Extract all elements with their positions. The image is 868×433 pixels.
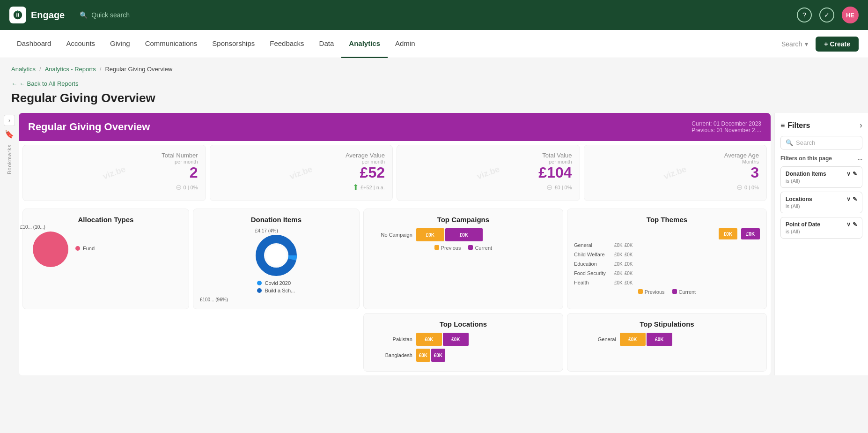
collapse-button[interactable]: › (4, 115, 15, 126)
back-link[interactable]: ← ← Back to All Reports (11, 80, 857, 87)
stat-total-number-label: Total Number (30, 152, 198, 159)
no-campaign-label: No Campaign (370, 232, 412, 238)
campaign-row-no-campaign: No Campaign £0K £0K (370, 228, 556, 241)
nav-search[interactable]: Search ▾ (781, 40, 808, 48)
avatar[interactable]: HE (842, 7, 859, 23)
filter-donation-items-edit[interactable]: ✎ (853, 171, 857, 177)
stat-total-number-icon: ⊖ (176, 183, 182, 192)
chart-donation-items: Donation Items £4.17 (4%) (193, 209, 360, 309)
nav-item-accounts[interactable]: Accounts (59, 30, 103, 58)
breadcrumb-sep-1: / (39, 66, 41, 73)
allocation-legend-fund: Fund (75, 246, 95, 251)
filter-donation-items-chevron[interactable]: ∨ (846, 171, 851, 177)
nav-right: Search ▾ + Create (781, 37, 859, 52)
page-title: Regular Giving Overview (11, 91, 857, 105)
breadcrumb-reports[interactable]: Analytics - Reports (45, 66, 96, 73)
stipulation-general-curr-bar: £0K (647, 333, 672, 346)
nav-search-label: Search (781, 40, 802, 48)
no-campaign-prev-bar: £0K (416, 228, 444, 241)
filter-point-of-date-edit[interactable]: ✎ (853, 221, 857, 228)
theme-education-prev: £0K (614, 261, 623, 267)
stats-grid: viz.be Total Number per month 2 ⊖ 0 | 0% (19, 141, 771, 205)
fund-legend-label: Fund (83, 246, 95, 251)
nav-item-admin[interactable]: Admin (388, 30, 423, 58)
nav-item-data[interactable]: Data (312, 30, 342, 58)
filter-point-of-date-chevron[interactable]: ∨ (846, 221, 851, 228)
pakistan-bars: £0K £0K (416, 333, 469, 346)
filter-point-of-date: Point of Date ∨ ✎ is (All) (780, 217, 862, 239)
theme-row-child-welfare: Child Welfare £0K £0K (574, 252, 760, 257)
theme-row-food-security: Food Security £0K £0K (574, 270, 760, 276)
nav-item-sponsorships[interactable]: Sponsorships (205, 30, 262, 58)
bookmarks-label: Bookmarks (7, 144, 12, 174)
chart-allocation-types: Allocation Types £10... (10...) (22, 209, 189, 309)
quick-search[interactable]: 🔍 Quick search (80, 11, 130, 19)
stat-average-age-icon: ⊖ (736, 183, 743, 192)
stat-total-number: viz.be Total Number per month 2 ⊖ 0 | 0% (22, 145, 206, 201)
stat-total-value-change: £0 | 0% (554, 185, 572, 190)
report-header: Regular Giving Overview Current: 01 Dece… (19, 113, 771, 141)
filter-donation-items-sub: is (All) (786, 178, 857, 184)
report-dates: Current: 01 December 2023 Previous: 01 N… (691, 120, 761, 134)
filter-locations-edit[interactable]: ✎ (853, 196, 857, 202)
create-button[interactable]: + Create (816, 37, 859, 52)
donation-donut-chart: £4.17 (4%) (255, 228, 297, 278)
covid-legend-dot (257, 281, 262, 285)
themes-legend-prev: Previous (638, 289, 665, 295)
theme-child-welfare-curr: £0K (625, 252, 633, 257)
pakistan-label: Pakistan (370, 336, 412, 342)
filter-locations-chevron[interactable]: ∨ (846, 196, 851, 202)
top-locations-bars: Pakistan £0K £0K Bangladesh £0K (370, 333, 556, 362)
stat-average-value: viz.be Average Value per month £52 ⬆ £+5… (210, 145, 393, 201)
main-nav: Dashboard Accounts Giving Communications… (0, 30, 868, 58)
filter-search-box[interactable]: 🔍 Search (780, 136, 862, 149)
donation-inner-label: £100... (96%) (200, 297, 353, 302)
theme-general-curr: £0K (625, 243, 633, 248)
donation-donut-wrap: £4.17 (4%) (200, 228, 353, 302)
allocation-pie-chart: £10... (10...) (29, 228, 72, 270)
theme-health-curr: £0K (625, 280, 633, 285)
current-date: Current: 01 December 2023 (691, 120, 761, 127)
theme-food-security-prev: £0K (614, 271, 623, 276)
nav-item-feedbacks[interactable]: Feedbacks (262, 30, 311, 58)
bangladesh-prev-bar: £0K (416, 349, 430, 362)
donation-legend-build: Build a Sch... (257, 288, 295, 293)
chart-top-stipulations: Top Stipulations General £0K £0K (567, 313, 767, 372)
logo[interactable]: Engage (9, 7, 65, 23)
svg-point-3 (266, 245, 287, 266)
nav-item-dashboard[interactable]: Dashboard (9, 30, 59, 58)
filter-locations: Locations ∨ ✎ is (All) (780, 192, 862, 213)
stipulation-general-prev-bar: £0K (620, 333, 646, 346)
chart-top-themes: Top Themes £0K £0K General £0K £0K (567, 209, 767, 309)
theme-child-welfare-prev: £0K (614, 252, 623, 257)
nav-item-giving[interactable]: Giving (103, 30, 138, 58)
bangladesh-label: Bangladesh (370, 352, 412, 358)
stat-total-number-value: 2 (30, 164, 198, 181)
bookmark-icon[interactable]: 🔖 (5, 130, 14, 139)
theme-food-security-label: Food Security (574, 270, 611, 276)
chart-top-campaigns: Top Campaigns No Campaign £0K £0K (363, 209, 563, 309)
previous-date: Previous: 01 November 2.... (691, 127, 761, 134)
check-icon-button[interactable]: ✓ (819, 7, 834, 22)
nav-item-analytics[interactable]: Analytics (341, 30, 388, 58)
help-icon-button[interactable]: ? (797, 7, 812, 22)
filter-donation-items-header: Donation Items ∨ ✎ (786, 171, 857, 177)
theme-child-welfare-bars: £0K £0K (614, 252, 633, 257)
filters-expand-icon[interactable]: › (860, 120, 862, 130)
side-panel: › 🔖 Bookmarks (0, 113, 19, 375)
spacer-1 (22, 313, 189, 372)
bangladesh-curr-bar: £0K (431, 349, 445, 362)
stat-average-age-sub: Months (592, 159, 759, 164)
nav-item-communications[interactable]: Communications (138, 30, 205, 58)
filter-search-placeholder: Search (796, 139, 815, 146)
filters-title: Filters (787, 121, 810, 130)
filter-donation-items-icons: ∨ ✎ (846, 171, 857, 177)
stat-average-value-value: £52 (218, 164, 385, 181)
app-name: Engage (31, 10, 65, 21)
breadcrumb-analytics[interactable]: Analytics (11, 66, 36, 73)
filter-search-icon: 🔍 (786, 139, 793, 146)
search-icon: 🔍 (80, 11, 88, 19)
report-area: Regular Giving Overview Current: 01 Dece… (19, 113, 868, 375)
nav-search-chevron: ▾ (805, 40, 808, 48)
top-bar-right: ? ✓ HE (797, 7, 859, 23)
